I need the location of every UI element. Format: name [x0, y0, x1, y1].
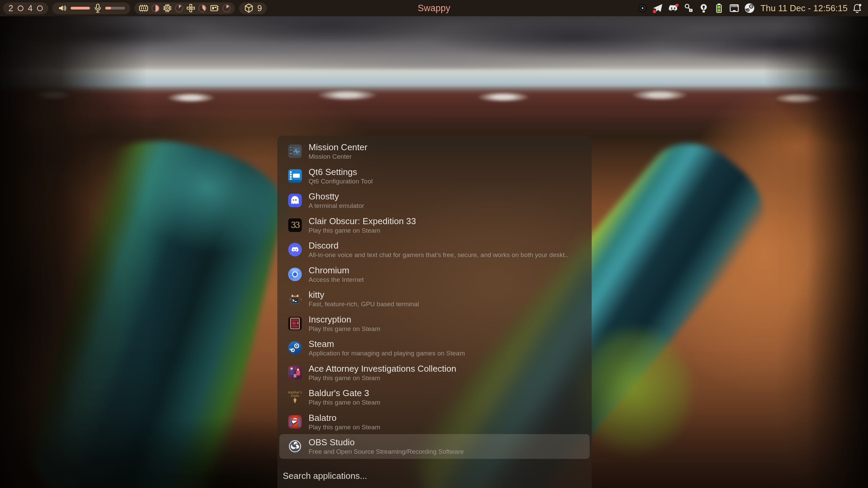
obs-studio-icon: [288, 440, 302, 453]
app-description: Play this game on Steam: [309, 423, 380, 431]
system-tray: [637, 2, 755, 14]
app-launcher: Mission CenterMission CenterQt6 Settings…: [277, 136, 592, 488]
keepassxc-icon[interactable]: [683, 2, 694, 14]
microphone-icon: [94, 3, 102, 13]
gamepad-icon: [186, 3, 196, 13]
steam-icon: [288, 341, 302, 355]
workspace-number[interactable]: 4: [28, 2, 33, 14]
baldurs-gate-3-icon: Baldur'sGate: [288, 390, 302, 404]
system-monitors-module: [134, 2, 235, 14]
app-description: Play this game on Steam: [309, 398, 380, 406]
app-title: Inscryption: [309, 314, 380, 325]
ghostty-icon: [288, 194, 302, 207]
app-title: Qt6 Settings: [309, 167, 373, 177]
app-description: Mission Center: [309, 153, 367, 160]
launcher-item[interactable]: InscryptionPlay this game on Steam: [279, 311, 590, 336]
app-title: Balatro: [309, 413, 380, 423]
app-description: All-in-one voice and text chat for gamer…: [309, 251, 568, 259]
usage-pie: [222, 4, 231, 13]
launcher-results-list: Mission CenterMission CenterQt6 Settings…: [277, 139, 592, 459]
volume-slider[interactable]: [71, 7, 90, 9]
launcher-item[interactable]: Mission CenterMission Center: [279, 139, 590, 164]
app-description: Application for managing and playing gam…: [309, 349, 465, 357]
steam-tray-icon[interactable]: [744, 2, 755, 14]
focused-window-title: Swappy: [418, 3, 450, 14]
app-description: Fast, feature-rich, GPU based terminal: [309, 300, 419, 308]
launcher-item[interactable]: Qt6 SettingsQt6 Configuration Tool: [279, 164, 590, 189]
launcher-item[interactable]: GhosttyA terminal emulator: [279, 188, 590, 213]
app-title: Chromium: [309, 265, 364, 276]
ram-icon: [138, 3, 149, 13]
updates-module[interactable]: 9: [239, 2, 267, 14]
mic-slider[interactable]: [105, 7, 125, 9]
app-title: Discord: [309, 240, 568, 251]
launcher-item[interactable]: DiscordAll-in-one voice and text chat fo…: [279, 237, 590, 262]
usage-pie: [175, 4, 183, 13]
workspace-dot-icon[interactable]: [18, 5, 23, 11]
usage-pie: [198, 4, 207, 13]
app-title: Baldur's Gate 3: [309, 388, 380, 398]
launcher-item[interactable]: SteamApplication for managing and playin…: [279, 336, 590, 360]
cpu-icon: [163, 3, 172, 13]
clock[interactable]: Thu 11 Dec - 12:56:15: [760, 3, 848, 14]
launcher-item[interactable]: ChromiumAccess the Internet: [279, 262, 590, 287]
audio-module[interactable]: [52, 2, 130, 14]
launcher-item[interactable]: BalatroPlay this game on Steam: [279, 410, 590, 434]
launcher-item[interactable]: kittyFast, feature-rich, GPU based termi…: [279, 287, 590, 311]
inscryption-icon: [288, 317, 302, 330]
launcher-item[interactable]: 33Clair Obscur: Expedition 33Play this g…: [279, 213, 590, 238]
mission-center-icon: [288, 144, 302, 158]
bell-icon[interactable]: [851, 2, 863, 14]
search-input[interactable]: Search applications...: [283, 471, 367, 481]
telegram-icon[interactable]: [652, 2, 664, 14]
speaker-icon: [58, 3, 67, 13]
steelseries-icon[interactable]: [637, 2, 648, 14]
workspace-dot-icon[interactable]: [37, 5, 43, 11]
kitty-icon: [288, 292, 302, 306]
app-description: Qt6 Configuration Tool: [309, 177, 373, 185]
ace-attorney-icon: [288, 366, 302, 379]
app-title: Mission Center: [309, 142, 367, 153]
updates-count: 9: [257, 3, 262, 13]
app-description: Play this game on Steam: [309, 227, 416, 234]
desktop: 24 9 Swappy Thu 11 Dec - 12:56:15 Missio…: [0, 0, 868, 488]
balatro-icon: [288, 415, 302, 429]
launcher-item[interactable]: Baldur'sGateBaldur's Gate 3Play this gam…: [279, 385, 590, 410]
app-title: Steam: [309, 339, 465, 349]
workspaces-module[interactable]: 24: [3, 2, 48, 14]
app-title: OBS Studio: [309, 437, 464, 448]
top-bar-left: 24 9: [0, 2, 267, 14]
qt6-settings-icon: [288, 169, 302, 183]
top-bar-right: Thu 11 Dec - 12:56:15: [637, 2, 868, 14]
package-icon: [244, 3, 254, 13]
top-bar: 24 9 Swappy Thu 11 Dec - 12:56:15: [0, 0, 868, 16]
vram-icon: [209, 3, 220, 13]
bulb-icon[interactable]: [698, 2, 709, 14]
discord-icon: [288, 243, 302, 256]
app-title: Ace Attorney Investigations Collection: [309, 364, 456, 374]
app-title: Ghostty: [309, 191, 364, 202]
app-title: kitty: [309, 290, 419, 300]
discord-tray-icon[interactable]: [667, 2, 679, 14]
launcher-item[interactable]: OBS StudioFree and Open Source Streaming…: [279, 434, 590, 459]
app-title: Clair Obscur: Expedition 33: [309, 216, 416, 227]
app-description: Play this game on Steam: [309, 325, 380, 333]
battery-icon[interactable]: [713, 2, 725, 14]
chromium-icon: [288, 268, 302, 281]
app-description: Access the Internet: [309, 276, 364, 284]
workspace-number[interactable]: 2: [8, 2, 13, 14]
clair-obscur-icon: 33: [288, 218, 302, 232]
network-icon[interactable]: [728, 2, 740, 14]
usage-pie: [151, 4, 160, 13]
app-description: Free and Open Source Streaming/Recording…: [309, 448, 464, 455]
app-description: A terminal emulator: [309, 202, 364, 210]
launcher-item[interactable]: Ace Attorney Investigations CollectionPl…: [279, 360, 590, 385]
app-description: Play this game on Steam: [309, 374, 456, 382]
